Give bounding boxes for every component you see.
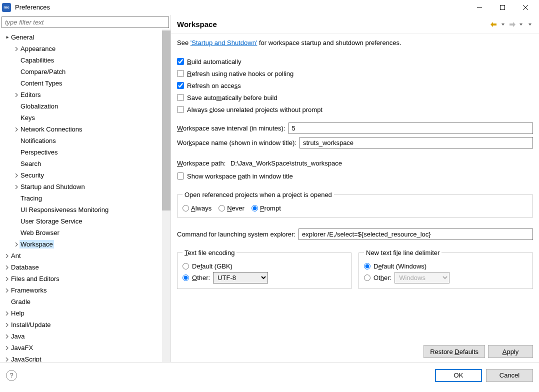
startup-shutdown-link[interactable]: 'Startup and Shutdown'	[190, 39, 258, 46]
save-interval-input[interactable]	[288, 122, 533, 134]
chevron-icon[interactable]	[14, 174, 20, 178]
nav-back-icon[interactable]	[490, 20, 498, 28]
tree-item-javascript[interactable]: JavaScript	[0, 354, 170, 362]
tree-scrollbar[interactable]	[162, 30, 170, 362]
chevron-icon[interactable]	[4, 323, 10, 327]
check-save-before-build[interactable]: Save automatically before build	[177, 92, 533, 104]
tree-item-compare-patch[interactable]: Compare/Patch	[0, 66, 170, 78]
delimiter-fieldset: New text file line delimiter Default (Wi…	[358, 249, 533, 289]
tree-item-security[interactable]: Security	[0, 170, 170, 181]
chevron-icon[interactable]	[4, 254, 10, 258]
maximize-button[interactable]	[491, 0, 514, 15]
help-icon[interactable]: ?	[6, 370, 17, 381]
check-close-unrelated[interactable]: Always close unrelated projects without …	[177, 104, 533, 116]
tree-item-install-update[interactable]: Install/Update	[0, 319, 170, 330]
tree-item-label: Content Types	[20, 79, 64, 88]
encoding-select[interactable]: UTF-8	[213, 272, 268, 284]
content-body: See 'Startup and Shutdown' for workspace…	[171, 34, 539, 340]
tree-item-capabilities[interactable]: Capabilities	[0, 54, 170, 66]
dropdown-icon-2[interactable]	[517, 20, 525, 28]
tree-item-label: Frameworks	[10, 286, 48, 294]
radio-never[interactable]: Never	[218, 204, 244, 212]
content-panel: Workspace See 'Startup and Shutdown' for…	[171, 15, 539, 362]
open-referenced-radios: Always Never Prompt	[182, 204, 528, 212]
chevron-icon[interactable]	[4, 346, 10, 350]
nav-forward-icon[interactable]	[508, 20, 516, 28]
tree-item-network-connections[interactable]: Network Connections	[0, 124, 170, 135]
scrollbar-thumb[interactable]	[162, 30, 170, 210]
tree-item-tracing[interactable]: Tracing	[0, 192, 170, 204]
encoding-other-row[interactable]: Other: UTF-8	[182, 272, 346, 284]
delimiter-other-row[interactable]: Other: Windows	[364, 272, 528, 284]
chevron-icon[interactable]	[4, 312, 10, 316]
cancel-button[interactable]: Cancel	[486, 369, 533, 382]
explorer-cmd-input[interactable]	[298, 228, 533, 240]
tree-item-startup-and-shutdown[interactable]: Startup and Shutdown	[0, 181, 170, 192]
chevron-icon[interactable]	[4, 36, 10, 40]
dropdown-icon[interactable]	[499, 20, 507, 28]
chevron-icon[interactable]	[4, 358, 10, 362]
radio-prompt[interactable]: Prompt	[252, 204, 281, 212]
tree-item-keys[interactable]: Keys	[0, 112, 170, 124]
delimiter-legend: New text file line delimiter	[364, 249, 442, 256]
chevron-icon[interactable]	[14, 242, 20, 246]
filter-input[interactable]	[2, 16, 169, 28]
window-controls	[468, 0, 537, 15]
check-show-path[interactable]: Show workspace path in window title	[177, 170, 533, 182]
tree-item-perspectives[interactable]: Perspectives	[0, 146, 170, 158]
tree-item-appearance[interactable]: Appearance	[0, 43, 170, 54]
radio-always[interactable]: Always	[182, 204, 212, 212]
chevron-icon[interactable]	[14, 47, 20, 51]
tree-item-javafx[interactable]: JavaFX	[0, 342, 170, 354]
chevron-icon[interactable]	[4, 277, 10, 281]
tree-item-label: Install/Update	[10, 320, 52, 329]
tree-item-database[interactable]: Database	[0, 262, 170, 273]
tree-item-java[interactable]: Java	[0, 330, 170, 342]
tree-item-label: Ant	[10, 252, 22, 260]
tree-item-notifications[interactable]: Notifications	[0, 135, 170, 146]
show-path-checkbox[interactable]	[177, 172, 184, 180]
apply-button[interactable]: Apply	[488, 345, 533, 358]
preference-tree[interactable]: GeneralAppearanceCapabilitiesCompare/Pat…	[0, 30, 170, 362]
close-button[interactable]	[514, 0, 537, 15]
close-unrelated-checkbox[interactable]	[177, 106, 184, 113]
tree-item-gradle[interactable]: Gradle	[0, 296, 170, 308]
tree-item-content-types[interactable]: Content Types	[0, 78, 170, 89]
delimiter-other-label: Other:	[374, 274, 392, 282]
minimize-button[interactable]	[468, 0, 491, 15]
encoding-default-row[interactable]: Default (GBK)	[182, 262, 346, 270]
chevron-icon[interactable]	[14, 128, 20, 132]
check-refresh-access[interactable]: Refresh on access	[177, 80, 533, 92]
workspace-name-input[interactable]	[300, 137, 533, 148]
check-build-automatically[interactable]: Build automatically	[177, 56, 533, 68]
chevron-icon[interactable]	[14, 93, 20, 97]
tree-item-workspace[interactable]: Workspace	[0, 238, 170, 250]
chevron-icon[interactable]	[14, 185, 20, 189]
restore-defaults-button[interactable]: Restore Defaults	[424, 345, 485, 358]
check-refresh-native[interactable]: Refresh using native hooks or polling	[177, 68, 533, 80]
tree-item-search[interactable]: Search	[0, 158, 170, 170]
delimiter-default-row[interactable]: Default (Windows)	[364, 262, 528, 270]
tree-item-label: Gradle	[10, 298, 32, 306]
refresh-native-checkbox[interactable]	[177, 70, 184, 77]
tree-item-help[interactable]: Help	[0, 308, 170, 319]
explorer-cmd-row: Command for launching system explorer:	[177, 228, 533, 240]
chevron-icon[interactable]	[4, 266, 10, 270]
tree-item-files-and-editors[interactable]: Files and Editors	[0, 273, 170, 284]
refresh-access-checkbox[interactable]	[177, 82, 184, 89]
tree-item-editors[interactable]: Editors	[0, 89, 170, 100]
ok-button[interactable]: OK	[435, 369, 482, 382]
save-before-build-checkbox[interactable]	[177, 94, 184, 101]
menu-icon[interactable]	[526, 20, 534, 28]
tree-item-globalization[interactable]: Globalization	[0, 100, 170, 112]
build-auto-checkbox[interactable]	[177, 58, 184, 65]
chevron-icon[interactable]	[4, 334, 10, 338]
encoding-delimiter-row: Text file encoding Default (GBK) Other: …	[177, 249, 533, 289]
tree-item-general[interactable]: General	[0, 32, 170, 43]
tree-item-user-storage-service[interactable]: User Storage Service	[0, 216, 170, 227]
tree-item-frameworks[interactable]: Frameworks	[0, 284, 170, 296]
tree-item-web-browser[interactable]: Web Browser	[0, 227, 170, 238]
chevron-icon[interactable]	[4, 288, 10, 292]
tree-item-ant[interactable]: Ant	[0, 250, 170, 262]
tree-item-ui-responsiveness-monitoring[interactable]: UI Responsiveness Monitoring	[0, 204, 170, 216]
